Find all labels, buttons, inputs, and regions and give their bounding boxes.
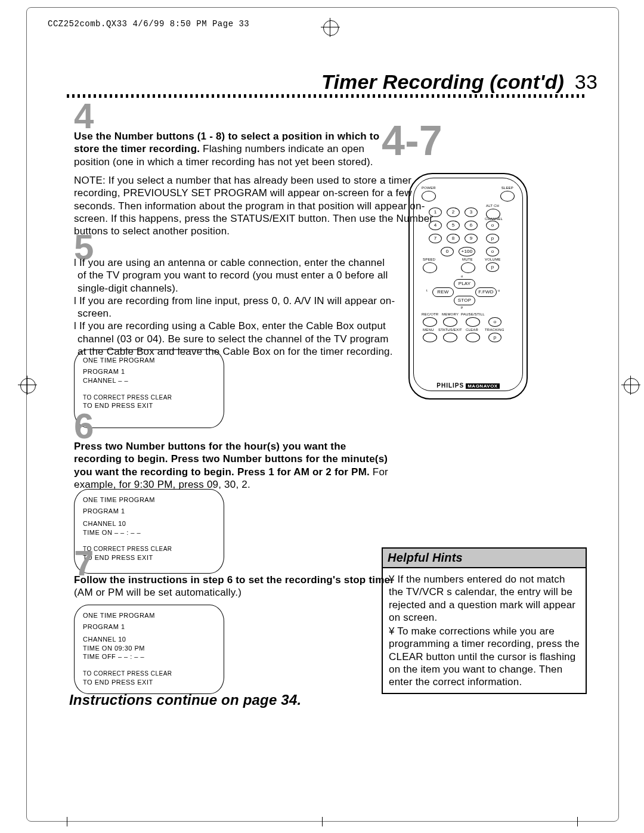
brand-magnavox: MAGNAVOX <box>466 383 500 389</box>
step-5-bullet-2: l If you are recording from line input, … <box>78 295 396 320</box>
register-mark-left <box>18 376 37 395</box>
num-3[interactable]: 3 <box>465 208 478 217</box>
step-4-note: NOTE: If you select a number that has al… <box>74 174 456 237</box>
altch-label: ALT CH <box>486 204 499 208</box>
page-title: Timer Recording (cont'd) 33 <box>321 70 597 94</box>
osd-footer2: TO END PRESS EXIT <box>83 678 216 687</box>
page-number: 33 <box>575 70 597 93</box>
remote-illustration: POWER SLEEP 1 2 3 ALT CH 4 5 6 CHANNEL o… <box>408 173 528 400</box>
ch-up[interactable]: o <box>486 221 499 230</box>
osd-step5: ONE TIME PROGRAM PROGRAM 1 CHANNEL – – T… <box>74 349 224 428</box>
ch-dn[interactable]: p <box>486 234 499 243</box>
num-1[interactable]: 1 <box>429 208 442 217</box>
osd-timeon: TIME ON 09:30 PM <box>83 644 216 653</box>
num-2[interactable]: 2 <box>447 208 460 217</box>
section-title: Timer Recording (cont'd) <box>321 70 564 93</box>
step-6-bold: Press two Number buttons for the hour(s)… <box>74 441 388 478</box>
volume-label: VOLUME <box>485 258 501 261</box>
stop-button[interactable]: STOP <box>454 296 475 305</box>
step-7-rest: (AM or PM will be set automatically.) <box>74 587 242 598</box>
clear-button[interactable] <box>466 333 480 342</box>
track-dn[interactable]: p <box>488 333 501 342</box>
power-label: POWER <box>422 186 436 190</box>
osd-program: PROGRAM 1 <box>83 507 216 516</box>
status-label: STATUS/EXIT <box>438 328 462 332</box>
osd-footer1: TO CORRECT PRESS CLEAR <box>83 670 216 678</box>
title-rule-dots <box>67 94 586 98</box>
osd-footer1: TO CORRECT PRESS CLEAR <box>83 394 216 402</box>
num-4[interactable]: 4 <box>429 221 442 230</box>
osd-channel: CHANNEL 10 <box>83 635 216 644</box>
tracking-label: TRACKING <box>485 328 504 332</box>
status-button[interactable] <box>443 333 457 342</box>
rew-button[interactable]: REW <box>432 287 454 297</box>
tri-left-icon: t <box>426 289 428 292</box>
osd-timeon: TIME ON – – : – – <box>83 528 216 537</box>
brand-philips: PHILIPS <box>436 382 464 389</box>
speed-button[interactable] <box>423 262 437 273</box>
helpful-hints-title: Helpful Hints <box>383 549 586 568</box>
mute-button[interactable] <box>461 262 475 273</box>
menu-button[interactable] <box>423 333 437 342</box>
memory-label: MEMORY <box>442 312 459 316</box>
bottom-tick <box>322 817 323 826</box>
osd-title: ONE TIME PROGRAM <box>83 496 216 504</box>
pause-label: PAUSE/STILL <box>461 312 485 316</box>
num-8[interactable]: 8 <box>447 234 460 243</box>
stop-dn-glyph: p <box>461 305 463 309</box>
num-0[interactable]: 0 <box>441 247 454 256</box>
helpful-hints-body: ¥ If the numbers entered do not match th… <box>383 568 586 693</box>
osd-program: PROGRAM 1 <box>83 367 216 376</box>
hint-1: ¥ If the numbers entered do not match th… <box>389 573 580 624</box>
step-7-bold: Follow the instructions in step 6 to set… <box>74 574 393 586</box>
num-9[interactable]: 9 <box>465 234 478 243</box>
ffwd-button[interactable]: F.FWD <box>475 287 497 297</box>
num-7[interactable]: 7 <box>429 234 442 243</box>
speed-label: SPEED <box>423 258 435 261</box>
step-6-text: Press two Number buttons for the hour(s)… <box>74 440 396 491</box>
osd-channel: CHANNEL – – <box>83 376 216 385</box>
clear-label: CLEAR <box>466 328 478 332</box>
power-button[interactable] <box>422 191 436 202</box>
continue-line: Instructions continue on page 34. <box>69 692 301 708</box>
osd-footer2: TO END PRESS EXIT <box>83 553 216 562</box>
sleep-label: SLEEP <box>501 186 513 190</box>
bottom-tick <box>67 817 67 826</box>
osd-program: PROGRAM 1 <box>83 623 216 631</box>
register-mark-right <box>621 376 640 395</box>
osd-step7: ONE TIME PROGRAM PROGRAM 1 CHANNEL 10 TI… <box>74 605 224 694</box>
osd-footer2: TO END PRESS EXIT <box>83 401 216 410</box>
step-range-callout: 4-7 <box>382 117 442 165</box>
osd-title: ONE TIME PROGRAM <box>83 611 216 620</box>
osd-footer1: TO CORRECT PRESS CLEAR <box>83 545 216 553</box>
helpful-hints-box: Helpful Hints ¥ If the numbers entered d… <box>382 547 587 694</box>
mute-label: MUTE <box>462 258 473 261</box>
osd-channel: CHANNEL 10 <box>83 519 216 528</box>
osd-step6: ONE TIME PROGRAM PROGRAM 1 CHANNEL 10 TI… <box>74 489 224 574</box>
step-7-text: Follow the instructions in step 6 to set… <box>74 574 396 599</box>
step-5-bullet-1: l If you are using an antenna or cable c… <box>78 256 396 295</box>
memory-button[interactable] <box>443 317 457 327</box>
channel-label: CHANNEL <box>485 217 503 221</box>
pause-button[interactable] <box>466 317 480 327</box>
register-mark-top <box>321 18 340 37</box>
sleep-button[interactable] <box>500 191 515 202</box>
osd-timeoff: TIME OFF – – : – – <box>83 652 216 661</box>
play-button[interactable]: PLAY <box>454 279 475 289</box>
vol-dn[interactable]: p <box>486 262 499 272</box>
vol-up[interactable]: o <box>486 247 499 256</box>
step-4-text: Use the Number buttons (1 - 8) to select… <box>74 130 396 168</box>
recotr-button[interactable] <box>423 317 437 327</box>
step-5-text: l If you are using an antenna or cable c… <box>74 256 396 358</box>
brand-logo: PHILIPSMAGNAVOX <box>408 382 528 389</box>
track-up[interactable]: o <box>488 317 501 327</box>
osd-title: ONE TIME PROGRAM <box>83 356 216 365</box>
num-100[interactable]: +100 <box>459 247 475 256</box>
num-5[interactable]: 5 <box>447 221 460 230</box>
num-6[interactable]: 6 <box>465 221 478 230</box>
tri-right-icon: u <box>498 289 500 292</box>
print-slug: CCZ252comb.QX33 4/6/99 8:50 PM Page 33 <box>48 19 249 29</box>
play-up-glyph: o <box>461 274 463 278</box>
bottom-tick <box>577 817 578 826</box>
recotr-label: REC/OTR <box>422 312 438 316</box>
